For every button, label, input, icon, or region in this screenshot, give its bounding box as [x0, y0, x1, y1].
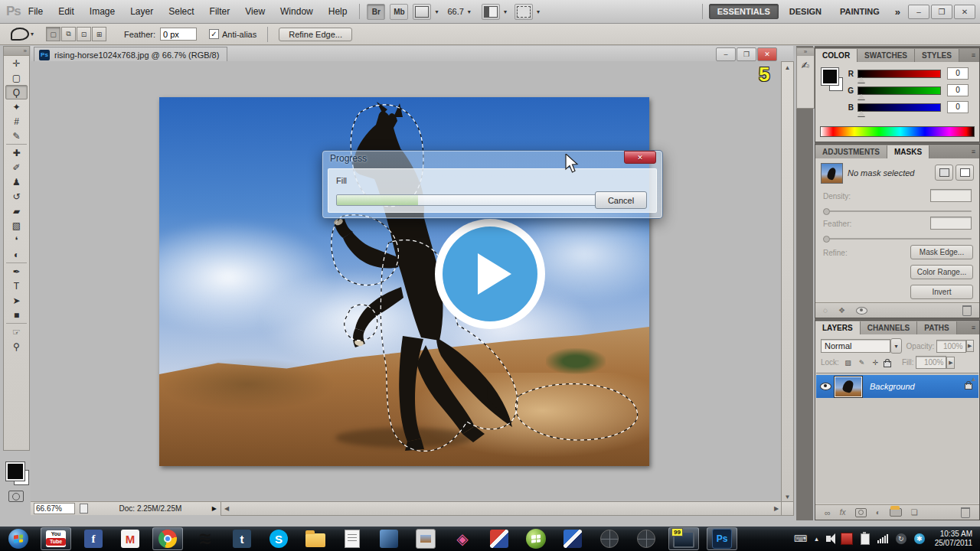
- tool-zoom[interactable]: ⚲: [6, 339, 27, 354]
- arrange-documents-button[interactable]: [482, 4, 500, 20]
- layer-row-background[interactable]: Background: [816, 375, 978, 398]
- status-zoom-field[interactable]: 66.67%: [34, 503, 75, 514]
- new-layer-icon[interactable]: ❏: [911, 508, 918, 517]
- subtract-from-selection-button[interactable]: ⊡: [77, 27, 91, 41]
- panel-menu-icon[interactable]: ≡: [968, 49, 979, 62]
- foreground-color-swatch[interactable]: [6, 462, 24, 481]
- scroll-right-icon[interactable]: ▶: [771, 505, 782, 512]
- intersect-selection-button[interactable]: ⊞: [92, 27, 106, 41]
- document-tab[interactable]: Ps rising-horse1024x768.jpg @ 66.7% (RGB…: [34, 47, 227, 62]
- tool-eraser[interactable]: ▰: [6, 204, 27, 218]
- tray-red-app-icon[interactable]: [841, 533, 853, 545]
- zoom-level-field[interactable]: 66.7: [447, 7, 463, 16]
- blue-slider[interactable]: [858, 103, 941, 112]
- launch-mini-bridge-button[interactable]: Mb: [390, 4, 408, 20]
- scroll-down-icon[interactable]: ▼: [782, 491, 793, 502]
- taskbar-explorer[interactable]: [301, 528, 330, 549]
- tool-move[interactable]: ✛: [6, 56, 27, 70]
- lock-all-icon[interactable]: [884, 361, 891, 367]
- dock-collapse-icon[interactable]: »: [797, 48, 814, 56]
- taskbar-tumblr[interactable]: t: [227, 528, 256, 549]
- green-slider[interactable]: [858, 86, 941, 95]
- menu-view[interactable]: View: [237, 0, 273, 23]
- new-adjustment-layer-icon[interactable]: ◐: [876, 508, 880, 517]
- taskbar-wireframe-app[interactable]: ◈: [448, 528, 477, 549]
- taskbar-media-app-blue[interactable]: [558, 528, 587, 549]
- tool-type[interactable]: T: [6, 279, 27, 293]
- tab-adjustments[interactable]: ADJUSTMENTS: [815, 145, 887, 158]
- blend-mode-select[interactable]: Normal: [821, 339, 890, 353]
- tool-gradient[interactable]: ▧: [6, 218, 27, 233]
- taskbar-chrome[interactable]: [152, 527, 183, 550]
- scroll-left-icon[interactable]: ◀: [221, 505, 232, 512]
- taskbar-globe-2[interactable]: [632, 528, 661, 549]
- mask-selection-icon[interactable]: ◌: [823, 306, 828, 315]
- add-vector-mask-button[interactable]: [956, 165, 974, 181]
- clipboard-icon[interactable]: [861, 533, 870, 545]
- menu-select[interactable]: Select: [161, 0, 201, 23]
- link-layers-icon[interactable]: ∞: [825, 508, 831, 517]
- taskbar-office[interactable]: [374, 528, 403, 549]
- document-restore-button[interactable]: ❐: [737, 47, 756, 61]
- color-range-button[interactable]: Color Range...: [910, 265, 973, 279]
- workspace-painting[interactable]: PAINTING: [832, 5, 887, 18]
- refine-edge-button[interactable]: Refine Edge...: [279, 28, 352, 41]
- restore-button[interactable]: ❐: [931, 5, 952, 19]
- tool-blur[interactable]: ❛: [6, 233, 27, 247]
- tool-brush[interactable]: ✐: [6, 160, 27, 174]
- status-menu-icon[interactable]: ▶: [208, 505, 220, 512]
- quick-mask-button[interactable]: [8, 491, 24, 502]
- start-button[interactable]: [4, 528, 33, 549]
- add-to-selection-button[interactable]: ⧉: [61, 27, 76, 41]
- tool-clone-stamp[interactable]: ♟: [6, 174, 27, 189]
- taskbar-pc-status[interactable]: 99: [668, 527, 699, 550]
- menu-help[interactable]: Help: [321, 0, 355, 23]
- taskbar-media-center[interactable]: [521, 528, 550, 549]
- lock-transparency-icon[interactable]: ▨: [842, 357, 854, 368]
- taskbar-facebook[interactable]: f: [79, 528, 108, 549]
- add-pixel-mask-button[interactable]: [935, 165, 953, 181]
- lasso-tool-icon[interactable]: [11, 28, 29, 41]
- tool-quick-selection[interactable]: ✦: [6, 99, 27, 114]
- taskbar-gmail[interactable]: M: [116, 528, 145, 549]
- delete-mask-icon[interactable]: [962, 305, 972, 316]
- lock-paint-icon[interactable]: ✎: [856, 357, 867, 368]
- taskbar-skype[interactable]: S: [264, 528, 293, 549]
- fill-spinner-icon[interactable]: ▶: [946, 357, 955, 369]
- workspace-essentials[interactable]: ESSENTIALS: [709, 4, 779, 19]
- opacity-value[interactable]: 100%: [936, 340, 965, 353]
- chevron-down-icon[interactable]: ▾: [468, 8, 471, 15]
- document-close-button[interactable]: ✕: [757, 47, 777, 61]
- view-extras-button[interactable]: [413, 4, 431, 20]
- tool-spot-healing-brush[interactable]: ✚: [6, 145, 27, 160]
- panel-menu-icon[interactable]: ≡: [968, 145, 979, 158]
- tab-masks[interactable]: MASKS: [887, 145, 929, 158]
- slider-thumb[interactable]: [858, 94, 865, 99]
- history-panel-icon[interactable]: ✍: [797, 56, 814, 74]
- mask-edge-button[interactable]: Mask Edge...: [910, 245, 973, 259]
- taskbar-globe-1[interactable]: [595, 528, 624, 549]
- workspace-overflow-icon[interactable]: »: [895, 6, 900, 18]
- menu-file[interactable]: File: [21, 0, 51, 23]
- tool-rectangular-marquee[interactable]: ▢: [6, 70, 27, 85]
- tool-crop[interactable]: #: [6, 114, 27, 129]
- tool-path-selection[interactable]: ➤: [6, 293, 27, 308]
- red-slider[interactable]: [858, 70, 941, 78]
- add-layer-mask-icon[interactable]: [855, 508, 867, 517]
- tab-styles[interactable]: STYLES: [915, 49, 959, 62]
- fill-value[interactable]: 100%: [916, 356, 946, 369]
- red-value[interactable]: 0: [947, 67, 969, 80]
- chevron-down-icon[interactable]: ▾: [31, 31, 34, 37]
- opacity-spinner-icon[interactable]: ▶: [966, 340, 975, 352]
- feather-input[interactable]: [160, 28, 197, 41]
- chevron-down-icon[interactable]: ▾: [537, 8, 540, 15]
- tool-rectangle-shape[interactable]: ■: [6, 308, 27, 322]
- workspace-design[interactable]: DESIGN: [782, 5, 829, 18]
- tool-eyedropper[interactable]: ✎: [6, 129, 27, 143]
- tab-layers[interactable]: LAYERS: [815, 321, 861, 334]
- tool-hand[interactable]: ☞: [6, 324, 27, 339]
- horizontal-scrollbar[interactable]: ◀ ▶: [220, 501, 782, 516]
- tool-lasso[interactable]: Ϙ: [5, 85, 28, 99]
- anti-alias-checkbox[interactable]: ✓: [209, 29, 219, 39]
- video-play-button[interactable]: [435, 219, 545, 329]
